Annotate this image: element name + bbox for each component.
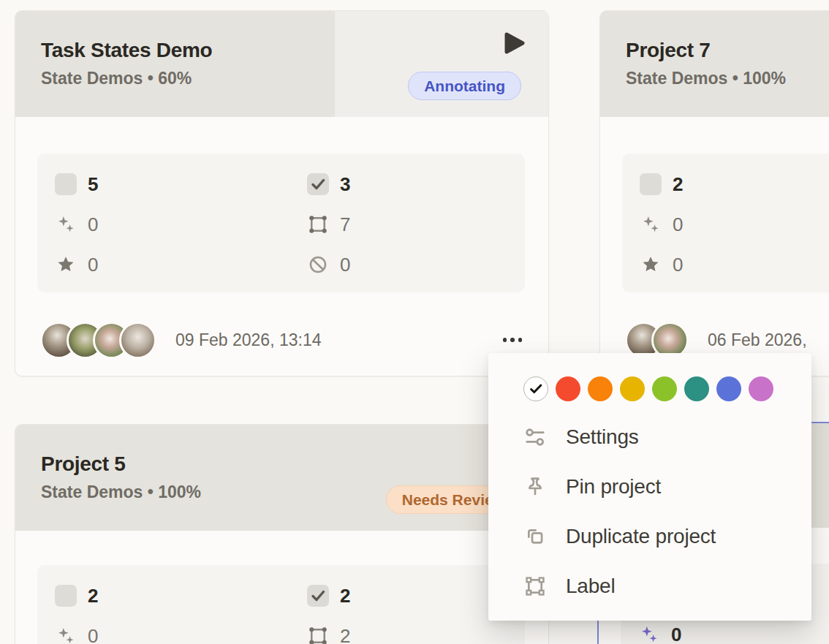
last-updated-date: 06 Feb 2026, [708,330,807,350]
avatar [119,322,156,359]
stat-tasks: 2 [640,173,829,196]
bounding-box-icon [307,213,329,235]
project-title: Task States Demo [41,39,212,62]
menu-item-label: Duplicate project [566,525,716,548]
play-button[interactable] [501,31,526,56]
more-options-button[interactable] [501,333,524,346]
project-card-project-7[interactable]: Project 7 State Demos • 100% 2 0 0 06 Fe… [599,10,829,376]
star-icon [640,254,662,276]
check-square-icon [307,585,329,607]
stat-predictions: 0 [55,624,307,644]
stat-labeled: 7 [307,213,525,236]
card-footer: 09 Feb 2026, 13:14 [40,317,523,363]
prohibit-icon [307,254,329,276]
swatch-teal[interactable] [684,376,709,401]
menu-item-duplicate-project[interactable]: Duplicate project [488,512,811,561]
settings-icon [523,425,547,449]
stat-starred: 0 [640,253,829,276]
square-icon [55,585,77,607]
square-icon [55,173,77,195]
stat-labeled: 2 [307,624,525,644]
check-icon [528,381,544,397]
swatch-blue[interactable] [716,376,741,401]
menu-item-label[interactable]: Label [488,561,811,611]
stat-starred: 0 [55,253,307,276]
menu-item-pin-project[interactable]: Pin project [488,462,811,512]
menu-item-label: Settings [566,425,639,449]
card-header-text: Project 5 State Demos • 100% [41,452,201,502]
stat-completed: 3 [307,173,525,196]
swatch-red[interactable] [556,376,580,401]
stats-box: 2 2 0 2 [37,565,525,644]
card-header: Task States Demo State Demos • 60% Annot… [15,11,548,117]
swatch-orange[interactable] [588,376,613,401]
context-menu-items: Settings Pin project Duplicate project [488,412,811,611]
project-card-project-5[interactable]: Project 5 State Demos • 100% Needs Revie… [15,424,549,644]
menu-item-text: Label [566,575,616,598]
swatch-default[interactable] [523,376,548,401]
stat-predictions: 0 [638,623,829,644]
check-square-icon [307,173,329,195]
status-badge: Annotating [408,72,521,100]
card-header-text: Task States Demo State Demos • 60% [41,39,212,88]
duplicate-icon [523,525,547,548]
ellipsis-dot [518,338,523,342]
stat-tasks: 5 [55,173,307,196]
sparkles-icon [638,624,660,644]
swatch-green[interactable] [652,376,677,401]
sparkles-icon [640,213,662,235]
stat-predictions: 0 [640,213,829,236]
star-icon [55,254,77,276]
swatch-yellow[interactable] [620,376,645,401]
pin-icon [523,475,547,499]
ellipsis-dot [503,338,507,342]
member-avatars [40,322,156,359]
stats-box: 5 3 0 7 0 [37,154,525,292]
project-subtitle: State Demos • 100% [626,69,786,88]
project-context-menu: Settings Pin project Duplicate project [488,353,811,621]
project-subtitle: State Demos • 100% [41,482,201,502]
color-swatches [488,353,811,401]
play-icon [501,31,526,56]
menu-item-settings[interactable]: Settings [488,412,811,462]
card-header-text: Project 7 State Demos • 100% [626,39,786,88]
card-header: Project 5 State Demos • 100% Needs Revie… [15,425,548,531]
project-subtitle: State Demos • 60% [41,69,212,88]
project-title: Project 7 [626,39,786,62]
bounding-box-icon [307,625,329,644]
label-icon [523,575,547,598]
stats-box: 2 0 0 [622,154,829,292]
project-card-task-states-demo[interactable]: Task States Demo State Demos • 60% Annot… [15,10,549,376]
sparkles-icon [55,213,77,235]
menu-item-label: Pin project [566,475,661,499]
stat-skipped: 0 [307,253,525,276]
square-icon [640,173,662,195]
project-title: Project 5 [41,452,201,476]
last-updated-date: 09 Feb 2026, 13:14 [175,330,322,350]
stat-predictions: 0 [55,213,307,236]
ellipsis-dot [510,338,515,342]
card-header: Project 7 State Demos • 100% [600,11,829,117]
sparkles-icon [55,625,77,644]
swatch-magenta[interactable] [749,376,773,401]
stat-tasks: 2 [55,584,307,607]
